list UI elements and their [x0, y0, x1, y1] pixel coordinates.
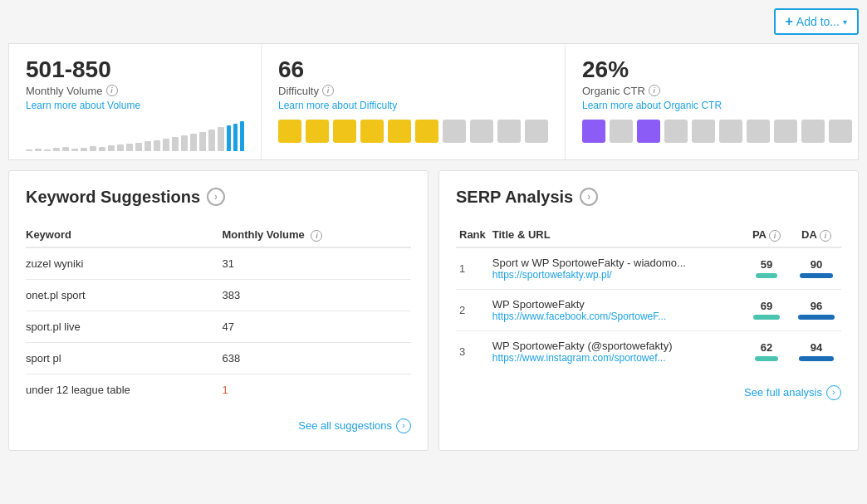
pa-score-container: 62 [745, 341, 788, 361]
pa-info-icon[interactable]: i [769, 230, 781, 242]
keyword-cell: under 12 league table [26, 374, 222, 405]
site-title: WP SportoweFakty (@sportowefakty) [492, 340, 738, 352]
ctr-learn-link[interactable]: Learn more about Organic CTR [582, 100, 852, 111]
table-row: sport.pl live 47 [26, 311, 411, 342]
ctr-label: Organic CTR i [582, 85, 852, 97]
metric-volume: 501-850 Monthly Volume i Learn more abou… [9, 44, 262, 159]
da-score: 94 [811, 341, 822, 354]
add-to-label: Add to... [796, 15, 840, 28]
keyword-col-header: Keyword [26, 223, 222, 247]
see-full-analysis-link[interactable]: See full analysis › [744, 385, 841, 400]
site-url[interactable]: https://www.facebook.com/SportoweF... [492, 311, 738, 322]
serp-row: 3 WP SportoweFakty (@sportowefakty) http… [456, 330, 841, 372]
da-score-container: 94 [795, 341, 838, 361]
volume-value: 501-850 [26, 57, 244, 83]
volume-cell: 383 [222, 279, 411, 311]
add-to-button[interactable]: + Add to... ▾ [774, 8, 860, 35]
pa-bar [756, 273, 778, 278]
pa-score-container: 69 [745, 300, 788, 320]
serp-table: Rank Title & URL PA i DA i [456, 223, 841, 372]
see-all-suggestions-link[interactable]: See all suggestions › [298, 418, 411, 433]
pa-cell: 62 [742, 330, 791, 372]
pa-bar [755, 356, 778, 361]
see-full-arrow-icon: › [826, 385, 841, 400]
keyword-suggestions-panel: Keyword Suggestions › Keyword Monthly Vo… [8, 170, 429, 451]
pa-bar [753, 315, 779, 320]
table-row: onet.pl sport 383 [26, 279, 411, 311]
rank-cell: 3 [456, 330, 489, 372]
da-cell: 94 [791, 330, 841, 372]
title-url-cell: WP SportoweFakty (@sportowefakty) https:… [489, 330, 742, 372]
ctr-chart [582, 120, 852, 143]
chevron-down-icon: ▾ [843, 17, 847, 27]
site-title: WP SportoweFakty [492, 298, 738, 311]
da-bar [800, 273, 834, 278]
site-url[interactable]: https://sportowefakty.wp.pl/ [492, 269, 738, 281]
difficulty-value: 66 [278, 57, 548, 83]
keyword-suggestions-title: Keyword Suggestions › [26, 188, 411, 207]
rank-col-header: Rank [456, 223, 489, 247]
pa-cell: 69 [742, 289, 791, 330]
serp-analysis-panel: SERP Analysis › Rank Title & URL PA i [438, 170, 859, 451]
difficulty-chart [278, 120, 548, 143]
pa-score-container: 59 [745, 258, 788, 278]
keyword-suggestions-icon[interactable]: › [207, 188, 225, 206]
volume-label: Monthly Volume i [26, 85, 244, 97]
difficulty-learn-link[interactable]: Learn more about Difficulty [278, 100, 548, 111]
volume-cell: 1 [222, 374, 411, 405]
pa-col-header: PA i [742, 223, 791, 247]
pa-score: 59 [761, 258, 772, 271]
da-score: 96 [811, 300, 822, 312]
pa-score: 62 [761, 341, 772, 354]
table-row: sport pl 638 [26, 342, 411, 374]
volume-cell: 31 [222, 247, 411, 280]
volume-cell: 638 [222, 342, 411, 374]
ctr-value: 26% [582, 57, 852, 83]
volume-col-info-icon[interactable]: i [311, 230, 322, 242]
panels-row: Keyword Suggestions › Keyword Monthly Vo… [8, 170, 859, 451]
volume-chart [26, 118, 244, 151]
table-row: under 12 league table 1 [26, 374, 411, 405]
see-all-link-container: See all suggestions › [26, 418, 411, 433]
da-col-header: DA i [791, 223, 841, 247]
keyword-cell: zuzel wyniki [26, 247, 222, 280]
pa-score: 69 [761, 300, 772, 312]
metric-difficulty: 66 Difficulty i Learn more about Difficu… [262, 44, 566, 159]
keyword-cell: sport pl [26, 342, 222, 374]
ctr-info-icon[interactable]: i [649, 85, 660, 96]
see-all-arrow-icon: › [396, 418, 411, 433]
table-row: zuzel wyniki 31 [26, 247, 411, 280]
plus-icon: + [786, 14, 793, 29]
keyword-cell: onet.pl sport [26, 279, 222, 311]
serp-analysis-icon[interactable]: › [580, 188, 598, 206]
serp-row: 2 WP SportoweFakty https://www.facebook.… [456, 289, 841, 330]
site-url[interactable]: https://www.instagram.com/sportowef... [492, 352, 738, 364]
see-full-analysis-link-container: See full analysis › [456, 385, 841, 400]
title-url-cell: Sport w WP SportoweFakty - wiadomo... ht… [489, 247, 742, 290]
metric-ctr: 26% Organic CTR i Learn more about Organ… [566, 44, 867, 159]
metrics-row: 501-850 Monthly Volume i Learn more abou… [8, 43, 859, 160]
da-bar [798, 315, 834, 320]
title-url-cell: WP SportoweFakty https://www.facebook.co… [489, 289, 742, 330]
title-url-col-header: Title & URL [489, 223, 742, 247]
da-score-container: 90 [795, 258, 838, 278]
da-bar [799, 356, 834, 361]
keyword-table: Keyword Monthly Volume i zuzel wyniki 31… [26, 223, 411, 405]
da-cell: 90 [791, 247, 841, 290]
difficulty-label: Difficulty i [278, 85, 548, 97]
volume-col-header: Monthly Volume i [222, 223, 411, 247]
volume-info-icon[interactable]: i [106, 85, 118, 96]
da-cell: 96 [791, 289, 841, 330]
volume-learn-link[interactable]: Learn more about Volume [26, 100, 244, 111]
keyword-cell: sport.pl live [26, 311, 222, 342]
serp-row: 1 Sport w WP SportoweFakty - wiadomo... … [456, 247, 841, 290]
rank-cell: 2 [456, 289, 489, 330]
top-bar: + Add to... ▾ [8, 8, 859, 35]
site-title: Sport w WP SportoweFakty - wiadomo... [492, 257, 738, 269]
difficulty-info-icon[interactable]: i [322, 85, 334, 96]
serp-analysis-title: SERP Analysis › [456, 188, 841, 207]
da-info-icon[interactable]: i [820, 230, 831, 242]
pa-cell: 59 [742, 247, 791, 290]
volume-cell: 47 [222, 311, 411, 342]
da-score: 90 [811, 258, 822, 271]
